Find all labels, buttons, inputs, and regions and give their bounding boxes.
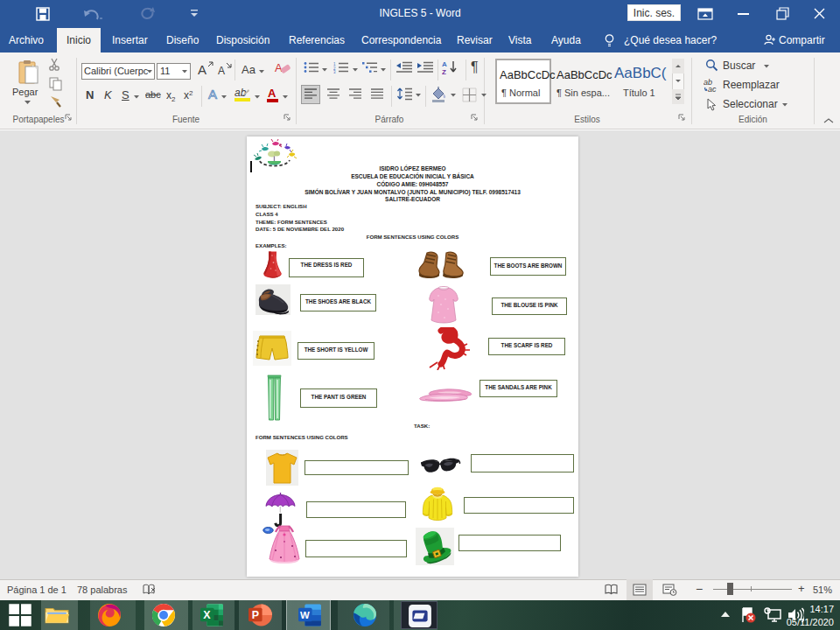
- svg-text:A: A: [275, 61, 283, 74]
- svg-text:X: X: [203, 609, 211, 621]
- svg-text:Z: Z: [442, 68, 446, 75]
- svg-text:3: 3: [333, 70, 336, 74]
- svg-text:A: A: [442, 60, 447, 68]
- svg-text:ac: ac: [708, 85, 717, 92]
- svg-text:P: P: [252, 609, 259, 621]
- svg-text:W: W: [300, 610, 310, 620]
